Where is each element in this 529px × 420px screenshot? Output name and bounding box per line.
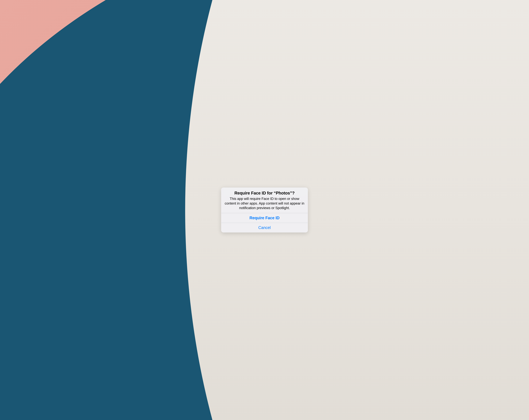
alert-title: Require Face ID for “Photos”? [225,190,304,196]
require-face-id-button[interactable]: Require Face ID [221,213,308,223]
alert-message: This app will require Face ID to open or… [225,196,304,210]
alert-content: Require Face ID for “Photos”? This app w… [221,188,308,213]
cancel-button[interactable]: Cancel [221,223,308,232]
alert-dialog: Require Face ID for “Photos”? This app w… [221,188,308,232]
